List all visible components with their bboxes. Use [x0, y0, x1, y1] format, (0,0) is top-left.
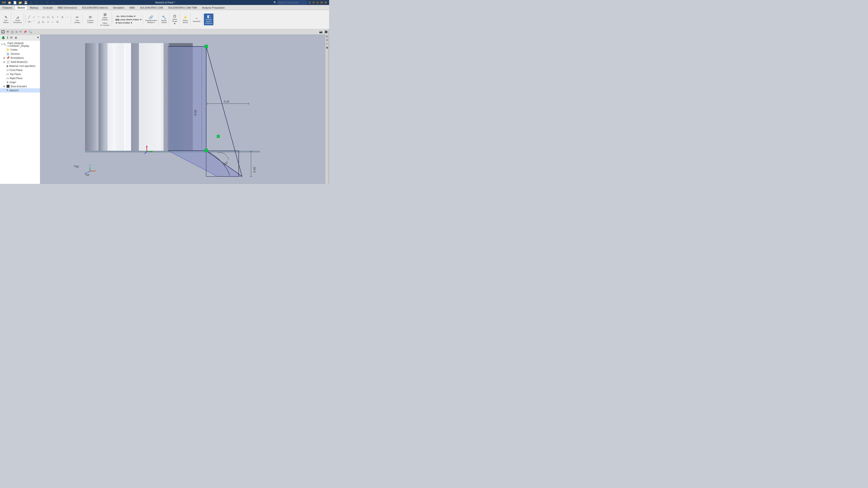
tree-boss-extrude1[interactable]: ▶ ⬛ Boss-Extrude1: [0, 84, 40, 88]
draw-tools-group: ╱ ○ ◜ ▭ ⬡ ∿ • A - - ⊣⊢ ⌒ ◿ ⊏ = ⌣ ⊙: [27, 15, 69, 24]
undo-icon[interactable]: ↩: [34, 0, 39, 5]
circle-btn[interactable]: ○: [32, 15, 36, 20]
line-btn[interactable]: ╱: [27, 15, 31, 20]
tab-sw-cam-tbm[interactable]: SOLIDWORKS CAM TBM: [165, 5, 199, 10]
trim-btn[interactable]: ✂ TrimEntities: [73, 15, 81, 24]
view-markup-btn[interactable]: 📌: [23, 30, 27, 34]
tree-annotations[interactable]: ▶ 📌 Annotations: [0, 56, 40, 60]
fillet-btn[interactable]: ⌒: [32, 20, 36, 24]
smart-dimension-btn[interactable]: ⊿ SmartDimension: [12, 15, 23, 24]
construction-btn[interactable]: - -: [65, 15, 69, 20]
tree-material[interactable]: ◈ Material <not specified>: [0, 64, 40, 68]
tangent-btn[interactable]: ⌣: [51, 20, 55, 24]
close-btn[interactable]: ✕: [324, 1, 327, 4]
move-entities-btn[interactable]: ✛ Move Entities ▼: [115, 22, 142, 24]
sketch-canvas[interactable]: 4.10 9.00 3.00 150° *Top: [40, 35, 325, 184]
tab-simulation[interactable]: Simulation: [110, 5, 127, 10]
point-btn[interactable]: •: [55, 15, 60, 20]
new-icon[interactable]: 📄: [13, 0, 17, 5]
tab-features[interactable]: Features: [0, 5, 15, 10]
convert-btn[interactable]: ⟳ Convert Entities: [84, 15, 97, 24]
rapid-sketch-btn[interactable]: ⚡ RapidSketch: [181, 15, 189, 24]
save-icon[interactable]: 💾: [24, 0, 28, 5]
tree-right-plane[interactable]: ▭ Right Plane: [0, 76, 40, 80]
feature-tree-icon[interactable]: 🌲: [1, 35, 6, 40]
tree-solid-bodies[interactable]: ▶ ⬜ Solid Bodies(1): [0, 60, 40, 64]
display-delete-group: 🔗 Display/DeleteRelations: [144, 13, 159, 26]
view-display-btn[interactable]: ◫: [11, 30, 14, 34]
view-edit-btn[interactable]: ✏: [19, 30, 22, 34]
display-delete-btn[interactable]: 🔗 Display/DeleteRelations: [145, 15, 158, 24]
tree-sensors[interactable]: 📡 Sensors: [0, 52, 40, 56]
config-icon[interactable]: ⚙: [9, 35, 13, 40]
redo-icon[interactable]: ↪: [40, 0, 44, 5]
home-icon[interactable]: 🏠: [7, 0, 12, 5]
exit-sketch-section: ✎ ExitSketch: [1, 13, 11, 26]
tab-sketch[interactable]: Sketch: [15, 5, 27, 10]
arc-btn[interactable]: ◜: [36, 15, 41, 20]
view-magnify-btn[interactable]: 🔍: [28, 30, 33, 34]
linear-sketch-btn[interactable]: ⊞⊞ Linear Sketch Pattern ▼: [115, 18, 142, 21]
tab-mbd[interactable]: MBD: [127, 5, 137, 10]
move-dropdown-icon[interactable]: ▼: [130, 22, 132, 24]
tree-sketch2[interactable]: ✎ Sketch2: [0, 88, 40, 92]
options-icon[interactable]: ⚙: [51, 0, 55, 5]
main-area: 🌲 ℹ ⚙ ◈ ▼ ▼ 🔧 Part1 (Default) <<Default>…: [0, 35, 329, 184]
tree-top-plane[interactable]: ▭ Top Plane: [0, 72, 40, 76]
open-icon[interactable]: 📂: [18, 0, 23, 5]
tree-folder[interactable]: 📁 Folder: [0, 48, 40, 52]
minimize-btn[interactable]: —: [316, 1, 319, 4]
tab-analysis-prep[interactable]: Analysis Preparation: [199, 5, 227, 10]
move-icon: ✛: [115, 22, 117, 24]
repair-sketch-btn[interactable]: 🔧 RepairSketch: [160, 15, 168, 24]
view-camera-btn[interactable]: 📷: [319, 30, 323, 34]
tab-sw-cam[interactable]: SOLIDWORKS CAM: [137, 5, 165, 10]
view-3d-btn[interactable]: 🎥: [324, 30, 328, 34]
eq-btn[interactable]: =: [46, 20, 51, 24]
tab-sw-addins[interactable]: SOLIDWORKS Add-Ins: [80, 5, 111, 10]
offset-btn[interactable]: ⊞ OffsetEntities: [101, 12, 109, 22]
view-section-btn[interactable]: ⊙: [15, 30, 18, 34]
mirror-dropdown-icon[interactable]: ▼: [134, 15, 136, 18]
display-states-icon[interactable]: ◈: [14, 35, 18, 40]
property-icon[interactable]: ℹ: [6, 35, 8, 40]
rebuild-icon[interactable]: ⟳: [45, 0, 50, 5]
maximize-btn[interactable]: ☐: [320, 1, 323, 4]
text-btn[interactable]: A: [60, 15, 65, 20]
svg-rect-21: [217, 135, 220, 138]
instant2d-btn[interactable]: ↔ Instant2D: [192, 16, 202, 23]
print-icon[interactable]: 🖨: [29, 0, 33, 5]
tab-evaluate[interactable]: Evaluate: [41, 5, 55, 10]
spline-btn[interactable]: ∿: [51, 15, 55, 20]
titlebar: SW 🏠 📄 📂 💾 🖨 ↩ ↪ ⟳ ⚙ Sketch2 of Part1 * …: [0, 0, 329, 5]
linear-icon: ⊞⊞: [115, 18, 119, 21]
view-orient-btn[interactable]: 🔲: [1, 30, 5, 34]
user-icon[interactable]: 👤: [308, 1, 311, 4]
coincident-btn[interactable]: ⊙: [55, 20, 60, 24]
svg-rect-5: [107, 43, 125, 151]
shaded-sketch-btn[interactable]: ◧ ShadedSketchContours: [204, 13, 213, 25]
quick-snaps-dropdown[interactable]: ▼: [174, 23, 176, 25]
search-commands-input[interactable]: [278, 1, 307, 4]
help-icon[interactable]: ?: [312, 1, 315, 4]
mirror-h-btn[interactable]: ⊣⊢: [27, 20, 31, 24]
tree-root[interactable]: ▼ 🔧 Part1 (Default) <<Default>_Display: [0, 41, 40, 48]
linear-dropdown-icon[interactable]: ▼: [140, 19, 142, 21]
quick-snaps-btn[interactable]: ⊡ QuickSnaps ▼: [170, 13, 179, 25]
svg-text:X: X: [94, 170, 96, 172]
mirror-entities-btn[interactable]: ⊣⊢ Mirror Entities ▼: [115, 15, 142, 18]
tree-origin[interactable]: ✛ Origin: [0, 80, 40, 84]
polygon-btn[interactable]: ⬡: [46, 15, 51, 20]
chamfer-btn[interactable]: ◿: [36, 20, 41, 24]
tab-markup[interactable]: Markup: [27, 5, 41, 10]
display-delete-icon: 🔗: [149, 15, 153, 20]
instant2d-group: ↔ Instant2D: [191, 13, 203, 26]
tree-front-plane[interactable]: ▭ Front Plane: [0, 68, 40, 72]
view-hide-btn[interactable]: 👁: [6, 30, 10, 34]
offset-surface-btn[interactable]: OffsetOn Surface: [99, 22, 110, 27]
slot-btn[interactable]: ⊏: [41, 20, 46, 24]
exit-sketch-btn[interactable]: ✎ ExitSketch: [2, 15, 10, 24]
tab-mbd-dimensions[interactable]: MBD Dimensions: [55, 5, 80, 10]
rect-btn[interactable]: ▭: [41, 15, 46, 20]
filter-icon[interactable]: ▼: [37, 36, 39, 39]
